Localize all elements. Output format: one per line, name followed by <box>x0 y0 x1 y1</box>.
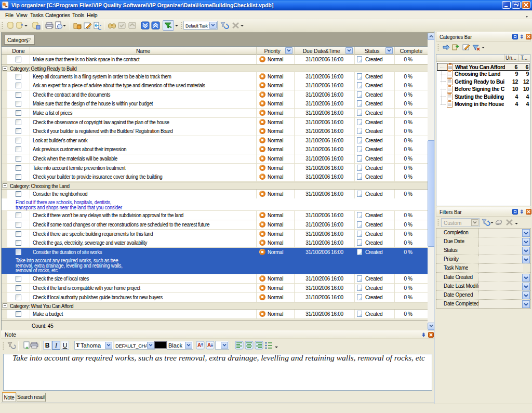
svg-text:A: A <box>207 342 211 348</box>
svg-text:A: A <box>197 342 201 348</box>
